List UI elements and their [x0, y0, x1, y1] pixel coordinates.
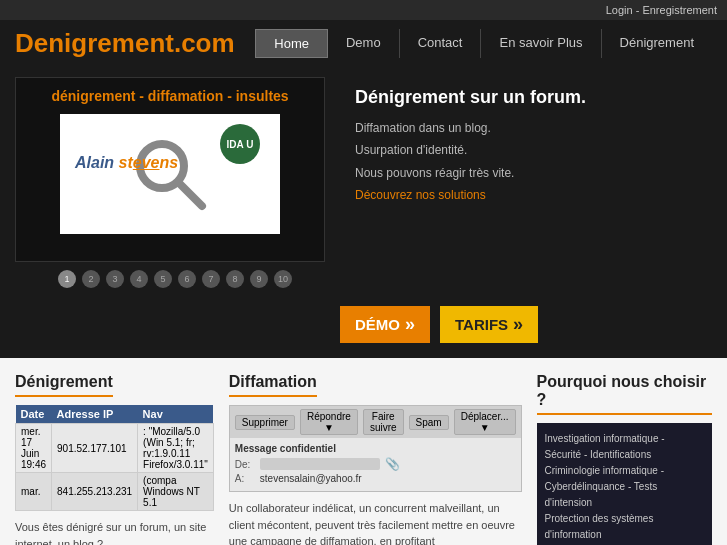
dot-2[interactable]: 2: [82, 270, 100, 288]
site-logo[interactable]: Denigrement.com: [15, 28, 235, 59]
email-to-label: A:: [235, 473, 255, 484]
col-ip: Adresse IP: [52, 405, 138, 424]
why-box: Investigation informatique - Sécurité - …: [537, 423, 713, 545]
email-toolbar: Supprimer Répondre ▼ Faire suivre Spam D…: [230, 406, 521, 438]
email-from-label: De:: [235, 459, 255, 470]
dot-6[interactable]: 6: [178, 270, 196, 288]
email-forward-btn[interactable]: Faire suivre: [363, 409, 404, 435]
email-body: Message confidentiel De: 📎 A: stevensala…: [230, 438, 521, 491]
denigrement-section: Dénigrement Date Adresse IP Nav mer. 17 …: [15, 373, 214, 545]
slideshow: dénigrement - diffamation - insultes Ala…: [15, 77, 335, 296]
pourquoi-heading: Pourquoi nous choisir ?: [537, 373, 713, 415]
slide-dots: 12345678910: [15, 262, 335, 296]
table-row: mar.841.255.213.231(compa Windows NT 5.1: [16, 473, 214, 511]
nav-item-dénigrement[interactable]: Dénigrement: [602, 29, 712, 58]
cta-row: DÉMO » TARIFS »: [0, 296, 727, 358]
diffamation-section: Diffamation Supprimer Répondre ▼ Faire s…: [229, 373, 522, 545]
slide-image: Alain stevens IDA U: [60, 114, 280, 234]
hero-line-1: Diffamation dans un blog.: [355, 118, 707, 138]
hero-right-panel: Dénigrement sur un forum. Diffamation da…: [350, 77, 712, 296]
dot-3[interactable]: 3: [106, 270, 124, 288]
dot-5[interactable]: 5: [154, 270, 172, 288]
email-reply-btn[interactable]: Répondre ▼: [300, 409, 358, 435]
email-icon: 📎: [385, 457, 400, 471]
dot-10[interactable]: 10: [274, 270, 292, 288]
diffamation-heading: Diffamation: [229, 373, 317, 397]
email-mockup: Supprimer Répondre ▼ Faire suivre Spam D…: [229, 405, 522, 492]
denigrement-heading: Dénigrement: [15, 373, 113, 397]
tarifs-label: TARIFS: [455, 316, 508, 333]
table-row: mer. 17 Juin 19:46901.52.177.101: "Mozil…: [16, 424, 214, 473]
denigrement-desc: Vous êtes dénigré sur un forum, un site …: [15, 519, 214, 545]
hero-heading: Dénigrement sur un forum.: [355, 87, 707, 108]
content-area: Dénigrement Date Adresse IP Nav mer. 17 …: [0, 358, 727, 545]
email-from-field: De: 📎: [235, 457, 516, 471]
email-to-value: stevensalain@yahoo.fr: [260, 473, 362, 484]
top-bar: Login - Enregistrement: [0, 0, 727, 20]
demo-button[interactable]: DÉMO »: [340, 306, 430, 343]
tarifs-arrow: »: [513, 314, 523, 335]
email-move-btn[interactable]: Déplacer... ▼: [454, 409, 516, 435]
why-box-text: Investigation informatique - Sécurité - …: [545, 433, 670, 545]
email-from-bar: [260, 458, 380, 470]
nav-item-ensavoirplus[interactable]: En savoir Plus: [481, 29, 601, 58]
nav-item-demo[interactable]: Demo: [328, 29, 400, 58]
email-subject: Message confidentiel: [235, 443, 516, 454]
col-nav: Nav: [138, 405, 214, 424]
email-delete-btn[interactable]: Supprimer: [235, 415, 295, 430]
hero-line-3: Nous pouvons réagir très vite.: [355, 163, 707, 183]
diffamation-desc: Un collaborateur indélicat, un concurren…: [229, 500, 522, 545]
slide-badge: IDA U: [220, 124, 260, 164]
nav-item-home[interactable]: Home: [255, 29, 328, 58]
slide-title: dénigrement - diffamation - insultes: [51, 88, 288, 104]
slide-logo: Alain stevens: [75, 154, 178, 172]
hero-section: dénigrement - diffamation - insultes Ala…: [0, 67, 727, 296]
email-to-field: A: stevensalain@yahoo.fr: [235, 473, 516, 484]
nav-item-contact[interactable]: Contact: [400, 29, 482, 58]
email-spam-btn[interactable]: Spam: [409, 415, 449, 430]
slide-frame: dénigrement - diffamation - insultes Ala…: [15, 77, 325, 262]
denigrement-table: Date Adresse IP Nav mer. 17 Juin 19:4690…: [15, 405, 214, 511]
demo-arrow: »: [405, 314, 415, 335]
login-link[interactable]: Login - Enregistrement: [606, 4, 717, 16]
dot-1[interactable]: 1: [58, 270, 76, 288]
demo-label: DÉMO: [355, 316, 400, 333]
pourquoi-section: Pourquoi nous choisir ? Investigation in…: [537, 373, 713, 545]
magnifier-icon: [130, 134, 210, 214]
dot-9[interactable]: 9: [250, 270, 268, 288]
dot-4[interactable]: 4: [130, 270, 148, 288]
dot-8[interactable]: 8: [226, 270, 244, 288]
header: Denigrement.com HomeDemoContactEn savoir…: [0, 20, 727, 67]
svg-line-1: [179, 183, 202, 206]
main-nav: HomeDemoContactEn savoir PlusDénigrement: [255, 29, 712, 58]
dot-7[interactable]: 7: [202, 270, 220, 288]
hero-line-2: Usurpation d'identité.: [355, 140, 707, 160]
tarifs-button[interactable]: TARIFS »: [440, 306, 538, 343]
col-date: Date: [16, 405, 52, 424]
discover-link[interactable]: Découvrez nos solutions: [355, 188, 707, 202]
